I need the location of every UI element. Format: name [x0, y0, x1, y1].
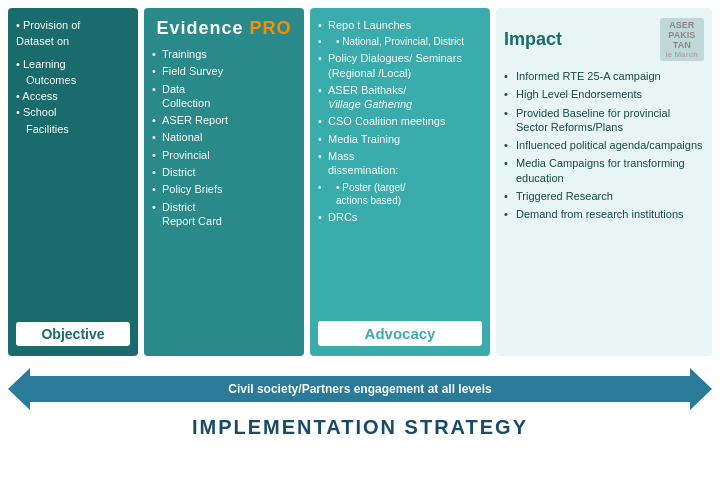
- objective-label: Objective: [16, 322, 130, 346]
- provision-text: • Provision of: [16, 18, 130, 32]
- list-item: Field Survey: [152, 64, 296, 78]
- double-arrow: Civil society/Partners engagement at all…: [8, 368, 712, 410]
- list-item: • Poster (target/actions based): [318, 181, 482, 207]
- bullets-group: • Learning Outcomes • Access • School Fa…: [16, 57, 130, 138]
- impact-header: Impact ASER PAKIS TAN le March: [504, 18, 704, 61]
- logo-text-line2: PAKIS: [666, 30, 698, 40]
- provision-text2: Dataset on: [16, 34, 130, 48]
- evidence-list: Trainings Field Survey DataCollection AS…: [152, 47, 296, 231]
- logo-text-line4: le March: [666, 50, 698, 59]
- bullet-school: • School: [16, 105, 130, 119]
- list-item: Massdissemination:: [318, 149, 482, 178]
- bottom-section: Civil society/Partners engagement at all…: [0, 360, 720, 443]
- list-item: Provincial: [152, 148, 296, 162]
- evidence-word: Evidence: [156, 18, 249, 38]
- bullet-access: • Access: [16, 89, 130, 103]
- list-item: DistrictReport Card: [152, 200, 296, 229]
- list-item: Media Training: [318, 132, 482, 146]
- arrow-container: Civil society/Partners engagement at all…: [8, 368, 712, 410]
- card-impact: Impact ASER PAKIS TAN le March Informed …: [496, 8, 712, 356]
- aser-logo: ASER PAKIS TAN le March: [660, 18, 704, 61]
- list-item: Provided Baseline for provincial Sector …: [504, 106, 704, 135]
- bullet-learning: • Learning: [16, 57, 130, 71]
- card-advocacy: Repo t Launches • National, Provincial, …: [310, 8, 490, 356]
- advocacy-label: Advocacy: [318, 321, 482, 346]
- implementation-title: IMPLEMENTATION STRATEGY: [8, 416, 712, 439]
- card-objective: • Provision of Dataset on • Learning Out…: [8, 8, 138, 356]
- arrow-left-head: [8, 368, 30, 410]
- list-item: Policy Briefs: [152, 182, 296, 196]
- list-item: ASER Report: [152, 113, 296, 127]
- card-evidence: Evidence PRO Trainings Field Survey Data…: [144, 8, 304, 356]
- provision-group: • Provision of Dataset on: [16, 18, 130, 51]
- list-item: Informed RTE 25-A campaign: [504, 69, 704, 83]
- list-item: Media Campaigns for transforming educati…: [504, 156, 704, 185]
- list-item: ASER Baithaks/Village Gathering: [318, 83, 482, 112]
- list-item: Demand from research institutions: [504, 207, 704, 221]
- bullet-learning2: Outcomes: [16, 73, 130, 87]
- list-item: National: [152, 130, 296, 144]
- list-item: Trainings: [152, 47, 296, 61]
- list-item: Repo t Launches: [318, 18, 482, 32]
- list-item: Triggered Research: [504, 189, 704, 203]
- logo-text-line3: TAN: [666, 40, 698, 50]
- list-item: DataCollection: [152, 82, 296, 111]
- main-container: • Provision of Dataset on • Learning Out…: [0, 0, 720, 504]
- arrow-body: Civil society/Partners engagement at all…: [28, 376, 692, 402]
- top-section: • Provision of Dataset on • Learning Out…: [0, 0, 720, 360]
- list-item: Policy Dialogues/ Seminars(Regional /Loc…: [318, 51, 482, 80]
- list-item: DRCs: [318, 210, 482, 224]
- arrow-text: Civil society/Partners engagement at all…: [228, 382, 491, 396]
- list-item: • National, Provincial, District: [318, 35, 482, 48]
- list-item: CSO Coalition meetings: [318, 114, 482, 128]
- bullet-school2: Facilities: [16, 122, 130, 136]
- list-item: High Level Endorsements: [504, 87, 704, 101]
- advocacy-list: Repo t Launches • National, Provincial, …: [318, 18, 482, 315]
- pro-word: PRO: [250, 18, 292, 38]
- evidence-title: Evidence PRO: [152, 18, 296, 39]
- arrow-right-head: [690, 368, 712, 410]
- impact-title: Impact: [504, 29, 562, 50]
- list-item: Influenced political agenda/campaigns: [504, 138, 704, 152]
- impact-list: Informed RTE 25-A campaign High Level En…: [504, 69, 704, 226]
- list-item: District: [152, 165, 296, 179]
- logo-text-line1: ASER: [666, 20, 698, 30]
